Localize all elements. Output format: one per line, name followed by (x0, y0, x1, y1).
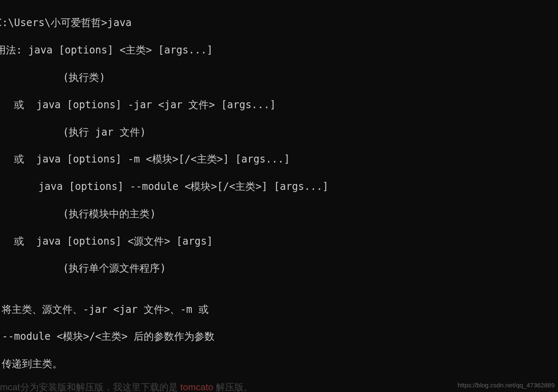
terminal-line: (执行单个源文件程序) (0, 261, 558, 275)
terminal-line: (执行类) (0, 71, 558, 84)
terminal-line: 或 java [options] <源文件> [args] (0, 235, 558, 248)
terminal-output: C:\Users\小可爱哲哲>java 用法: java [options] <… (0, 3, 558, 392)
terminal-line: (执行模块中的主类) (0, 207, 558, 221)
terminal-line: 将主类、源文件、-jar <jar 文件>、-m 或 (0, 303, 558, 316)
watermark: https://blog.csdn.net/qq_47362889 (458, 381, 555, 389)
terminal-line: 用法: java [options] <主类> [args...] (0, 43, 558, 57)
terminal-line: java [options] --module <模块>[/<主类>] [arg… (0, 180, 558, 193)
terminal-line: 或 java [options] -jar <jar 文件> [args...] (0, 98, 558, 112)
partial-text: mcat分为安装版和解压版，我这里下载的是 tomcato 解压版。 (0, 381, 253, 392)
terminal-line: (执行 jar 文件) (0, 125, 558, 139)
terminal-line: C:\Users\小可爱哲哲>java (0, 16, 558, 29)
terminal-line: --module <模块>/<主类> 后的参数作为参数 (0, 330, 558, 343)
terminal-line: 或 java [options] -m <模块>[/<主类>] [args...… (0, 152, 558, 166)
terminal-line: 传递到主类。 (0, 357, 558, 371)
